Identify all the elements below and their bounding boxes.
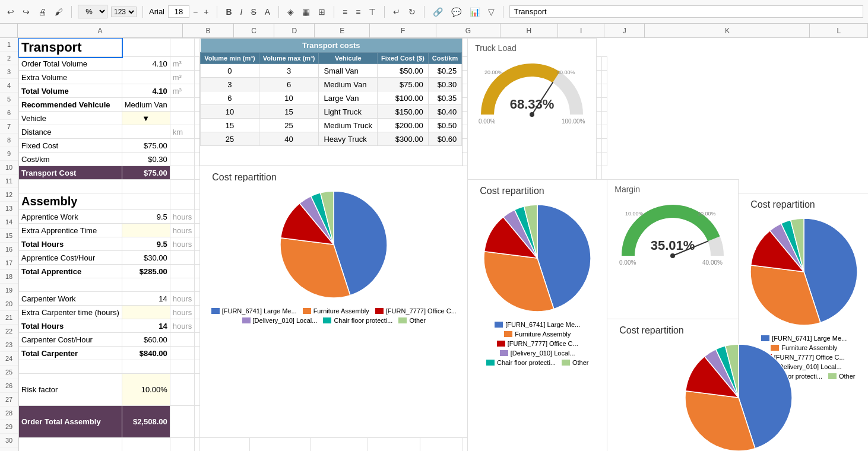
link-button[interactable]: 🔗 xyxy=(430,6,445,18)
align-center-button[interactable]: ≡ xyxy=(353,6,363,18)
cell-A17[interactable]: Total Apprentice xyxy=(19,265,122,278)
cell-B11[interactable] xyxy=(122,180,170,193)
cell-A21[interactable]: Total Hours xyxy=(19,319,122,333)
cell-C11[interactable] xyxy=(170,180,195,193)
cell-D20[interactable] xyxy=(195,306,200,319)
cell-B13[interactable]: 9.5 xyxy=(122,210,170,224)
col-header-c[interactable]: C xyxy=(234,24,274,38)
paint-format-button[interactable]: 🖌 xyxy=(52,6,65,18)
cell-C1[interactable] xyxy=(170,39,195,57)
cell-B26[interactable]: $2,508.00 xyxy=(122,406,170,438)
cell-D12[interactable] xyxy=(195,193,200,210)
cell-E2[interactable] xyxy=(462,57,468,71)
font-size-input[interactable]: 18 xyxy=(168,5,189,18)
cell-J27[interactable] xyxy=(462,438,468,451)
cell-C6[interactable] xyxy=(170,112,195,125)
col-header-a[interactable]: A xyxy=(18,24,183,38)
cell-C14[interactable]: hours xyxy=(170,224,195,237)
cell-B22[interactable]: $60.00 xyxy=(122,333,170,347)
cell-C15[interactable]: hours xyxy=(170,237,195,251)
cell-H27[interactable] xyxy=(368,438,420,451)
col-header-f[interactable]: F xyxy=(370,24,436,38)
cell-D16[interactable] xyxy=(195,251,200,265)
cell-B15[interactable]: 9.5 xyxy=(122,237,170,251)
cell-D14[interactable] xyxy=(195,224,200,237)
cell-A20[interactable]: Extra Carpenter time (hours) xyxy=(19,306,122,319)
cell-J4[interactable] xyxy=(597,84,602,98)
cell-C26[interactable] xyxy=(170,406,195,438)
cell-E5[interactable] xyxy=(462,98,468,112)
col-header-b[interactable]: B xyxy=(183,24,234,38)
cell-D7[interactable] xyxy=(195,125,200,139)
cell-A8[interactable]: Fixed Cost xyxy=(19,139,122,153)
italic-button[interactable]: I xyxy=(238,6,245,18)
strikethrough-button[interactable]: S xyxy=(248,6,258,18)
cell-B2[interactable]: 4.10 xyxy=(122,57,170,71)
undo-button[interactable]: ↩ xyxy=(5,6,17,18)
cell-A27[interactable]: Margin xyxy=(19,438,122,451)
cell-E6[interactable] xyxy=(462,112,468,125)
cell-A7[interactable]: Distance xyxy=(19,125,122,139)
cell-B10[interactable]: $75.00 xyxy=(122,166,170,180)
cell-C8[interactable] xyxy=(170,139,195,153)
cell-J8[interactable] xyxy=(597,139,602,153)
cell-B1[interactable] xyxy=(122,39,170,57)
cell-A3[interactable]: Extra Volume xyxy=(19,71,122,84)
cell-B23[interactable]: $840.00 xyxy=(122,347,170,360)
bold-button[interactable]: B xyxy=(223,6,234,18)
cell-A26[interactable]: Order Total Assembly xyxy=(19,406,122,438)
cell-J9[interactable] xyxy=(597,153,602,166)
cell-D24[interactable] xyxy=(195,360,200,374)
font-size-up[interactable]: + xyxy=(201,6,211,18)
print-button[interactable]: 🖨 xyxy=(36,6,49,18)
cell-I27[interactable] xyxy=(420,438,462,451)
cell-K7[interactable] xyxy=(602,125,607,139)
percent-format-select[interactable]: %.0.00 xyxy=(78,5,107,18)
cell-K1[interactable]: Truck Load 0.00% 100.00% 20.00% 80.00% 6… xyxy=(468,39,597,180)
number-format-select[interactable]: 123 xyxy=(111,7,137,17)
comment-button[interactable]: 💬 xyxy=(449,6,464,18)
cell-E1[interactable]: Transport costs Volume min (m³)Volume ma… xyxy=(200,39,462,166)
cell-A11[interactable] xyxy=(19,180,122,193)
cell-B18[interactable] xyxy=(122,278,170,292)
cell-D27[interactable] xyxy=(195,438,200,451)
cell-K9[interactable] xyxy=(602,153,607,166)
cell-C22[interactable] xyxy=(170,333,195,347)
cell-E10[interactable]: Cost repartition [FURN_6741] Large Me...… xyxy=(200,166,468,438)
cell-D22[interactable] xyxy=(195,333,200,347)
cell-B5[interactable]: Medium Van xyxy=(122,98,170,112)
cell-B16[interactable]: $30.00 xyxy=(122,251,170,265)
cell-D6[interactable] xyxy=(195,112,200,125)
cell-A19[interactable]: Carpenter Work xyxy=(19,292,122,306)
cell-E27[interactable] xyxy=(200,438,250,451)
cell-A18[interactable] xyxy=(19,278,122,292)
borders-button[interactable]: ▦ xyxy=(300,6,312,18)
cell-B3[interactable] xyxy=(122,71,170,84)
cell-C23[interactable] xyxy=(170,347,195,360)
cell-B4[interactable]: 4.10 xyxy=(122,84,170,98)
cell-B12[interactable] xyxy=(122,193,170,210)
cell-E9[interactable] xyxy=(462,153,468,166)
cell-A1[interactable]: Transport xyxy=(19,39,122,57)
cell-C20[interactable]: hours xyxy=(170,306,195,319)
cell-D23[interactable] xyxy=(195,347,200,360)
cell-D5[interactable] xyxy=(195,98,200,112)
cell-D8[interactable] xyxy=(195,139,200,153)
cell-C7[interactable]: km xyxy=(170,125,195,139)
cell-B25[interactable]: 10.00% xyxy=(122,374,170,406)
cell-C12[interactable] xyxy=(170,193,195,210)
cell-K11[interactable]: Margin 0.00% 40.00% 10.00% 30.00% 35.01% xyxy=(607,180,739,319)
col-header-k[interactable]: K xyxy=(645,24,810,38)
col-header-h[interactable]: H xyxy=(500,24,559,38)
cell-K8[interactable] xyxy=(602,139,607,153)
cell-E11[interactable]: Cost repartition [FURN_6741] Large Me...… xyxy=(468,180,607,452)
col-header-j[interactable]: J xyxy=(604,24,645,38)
col-header-i[interactable]: I xyxy=(558,24,604,38)
col-header-d[interactable]: D xyxy=(274,24,315,38)
cell-J3[interactable] xyxy=(597,71,602,84)
cell-A24[interactable] xyxy=(19,360,122,374)
cell-D25[interactable] xyxy=(195,374,200,406)
cell-D9[interactable] xyxy=(195,153,200,166)
cell-J7[interactable] xyxy=(597,125,602,139)
merge-button[interactable]: ⊞ xyxy=(316,6,328,18)
